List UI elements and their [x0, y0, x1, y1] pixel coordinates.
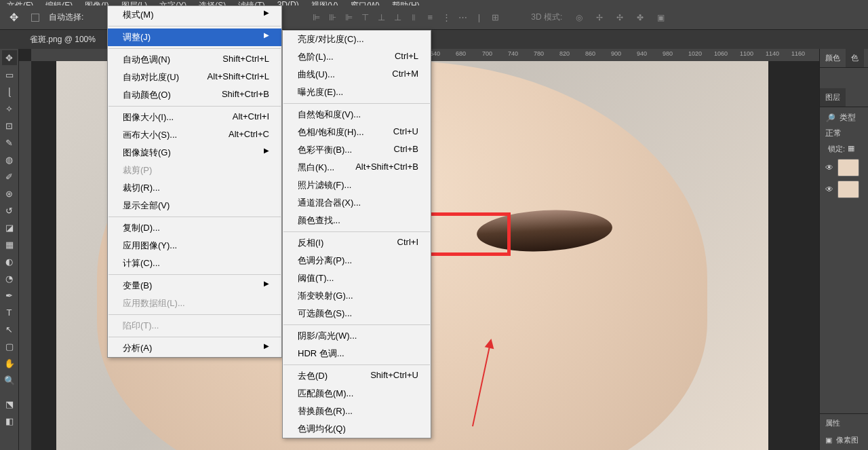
menu-trim[interactable]: 裁切(R)...: [108, 179, 281, 197]
layers-panel-tab[interactable]: 图层: [820, 88, 846, 107]
align-right-icon[interactable]: ⊫: [342, 12, 355, 24]
menu-auto-contrast[interactable]: 自动对比度(U)Alt+Shift+Ctrl+L: [108, 69, 281, 86]
hand-tool-icon[interactable]: ✋: [2, 356, 17, 371]
menu-canvas-size[interactable]: 画布大小(S)...Alt+Ctrl+C: [108, 126, 281, 144]
menu-black-white[interactable]: 黑白(K)...Alt+Shift+Ctrl+B: [283, 159, 431, 176]
menu-color-balance[interactable]: 色彩平衡(B)...Ctrl+B: [283, 141, 431, 159]
gradient-tool-icon[interactable]: ▦: [2, 237, 17, 252]
menu-analysis[interactable]: 分析(A)▶: [108, 339, 281, 357]
color-swap-icon[interactable]: ⬔: [2, 396, 17, 411]
menu-channel-mixer[interactable]: 通道混合器(X)...: [283, 194, 431, 212]
lock-pixels-icon[interactable]: ▦: [848, 144, 854, 154]
wand-tool-icon[interactable]: ✧: [2, 101, 17, 116]
menu-layer[interactable]: 图层(L): [121, 0, 148, 5]
eyedropper-tool-icon[interactable]: ✎: [2, 135, 17, 150]
more-icon[interactable]: ⋯: [456, 12, 469, 24]
shape-tool-icon[interactable]: ▢: [2, 339, 17, 354]
menu-match-color[interactable]: 匹配颜色(M)...: [283, 385, 431, 402]
marquee-tool-icon[interactable]: ▭: [2, 67, 17, 82]
layer-thumbnail[interactable]: [837, 159, 859, 176]
menu-exposure[interactable]: 曝光度(E)...: [283, 83, 431, 101]
menu-select[interactable]: 选择(S): [199, 0, 226, 5]
menu-calculations[interactable]: 计算(C)...: [108, 255, 281, 272]
menu-selective-color[interactable]: 可选颜色(S)...: [283, 305, 431, 322]
document-tab[interactable]: 雀斑.png @ 100%: [22, 34, 104, 45]
3d-scale-icon[interactable]: ▣: [657, 13, 665, 22]
path-tool-icon[interactable]: ↖: [2, 322, 17, 337]
menu-text[interactable]: 文字(Y): [159, 0, 186, 5]
layer-row[interactable]: 👁: [824, 157, 864, 179]
dodge-tool-icon[interactable]: ◔: [2, 271, 17, 286]
menu-color-lookup[interactable]: 颜色查找...: [283, 212, 431, 229]
align-bottom-icon[interactable]: ⊥: [391, 12, 403, 24]
swatches-panel-tab[interactable]: 色: [846, 49, 864, 67]
menu-invert[interactable]: 反相(I)Ctrl+I: [283, 234, 431, 252]
menu-edit[interactable]: 编辑(E): [45, 0, 73, 5]
menu-hue-saturation[interactable]: 色相/饱和度(H)...Ctrl+U: [283, 124, 431, 141]
auto-select-checkbox[interactable]: [31, 14, 39, 22]
color-panel-tab[interactable]: 颜色: [820, 49, 846, 67]
brush-tool-icon[interactable]: ✐: [2, 169, 17, 184]
menu-gradient-map[interactable]: 渐变映射(G)...: [283, 287, 431, 305]
menu-threshold[interactable]: 阈值(T)...: [283, 269, 431, 287]
menu-window[interactable]: 窗口(W): [351, 0, 380, 5]
menu-image-rotation[interactable]: 图像旋转(G)▶: [108, 144, 281, 162]
main-menu-bar[interactable]: 文件(F) 编辑(E) 图像(I) 图层(L) 文字(Y) 选择(S) 滤镜(T…: [0, 0, 868, 5]
blend-mode-dropdown[interactable]: 正常: [825, 128, 842, 139]
distribute-width-icon[interactable]: ⊞: [489, 12, 501, 24]
menu-shadows-highlights[interactable]: 阴影/高光(W)...: [283, 327, 431, 345]
menu-vibrance[interactable]: 自然饱和度(V)...: [283, 106, 431, 124]
menu-filter[interactable]: 滤镜(T): [238, 0, 264, 5]
menu-mode[interactable]: 模式(M)▶: [108, 6, 281, 24]
menu-image[interactable]: 图像(I): [85, 0, 108, 5]
eraser-tool-icon[interactable]: ◪: [2, 220, 17, 235]
menu-view[interactable]: 视图(V): [311, 0, 338, 5]
3d-slide-icon[interactable]: ✤: [637, 13, 644, 22]
menu-apply-image[interactable]: 应用图像(Y)...: [108, 237, 281, 255]
pen-tool-icon[interactable]: ✒: [2, 288, 17, 303]
menu-auto-color[interactable]: 自动颜色(O)Shift+Ctrl+B: [108, 86, 281, 104]
crop-tool-icon[interactable]: ⊡: [2, 118, 17, 133]
visibility-icon[interactable]: 👁: [825, 185, 833, 194]
menu-3d[interactable]: 3D(D): [277, 0, 299, 5]
lasso-tool-icon[interactable]: ɭ: [2, 84, 17, 99]
distribute-v-icon[interactable]: ≡: [424, 12, 436, 24]
menu-replace-color[interactable]: 替换颜色(R)...: [283, 402, 431, 420]
menu-posterize[interactable]: 色调分离(P)...: [283, 252, 431, 269]
fg-bg-color-icon[interactable]: ◧: [2, 413, 17, 428]
history-brush-icon[interactable]: ↺: [2, 203, 17, 218]
menu-hdr-toning[interactable]: HDR 色调...: [283, 345, 431, 362]
menu-file[interactable]: 文件(F): [7, 0, 33, 5]
type-tool-icon[interactable]: T: [2, 305, 17, 320]
menu-brightness-contrast[interactable]: 亮度/对比度(C)...: [283, 31, 431, 48]
move-tool-icon[interactable]: ✥: [2, 50, 17, 65]
align-top-icon[interactable]: ⊤: [359, 12, 371, 24]
visibility-icon[interactable]: 👁: [825, 163, 833, 172]
menu-levels[interactable]: 色阶(L)...Ctrl+L: [283, 48, 431, 66]
zoom-tool-icon[interactable]: 🔍: [2, 373, 17, 388]
3d-pan-icon[interactable]: ✣: [616, 13, 623, 22]
menu-variables[interactable]: 变量(B)▶: [108, 277, 281, 295]
3d-roll-icon[interactable]: ✢: [596, 13, 603, 22]
align-center-h-icon[interactable]: ⊪: [326, 12, 338, 24]
distribute-gap-icon[interactable]: ⋮: [440, 12, 452, 24]
layer-kind-label[interactable]: 类型: [840, 112, 856, 124]
menu-curves[interactable]: 曲线(U)...Ctrl+M: [283, 66, 431, 83]
menu-help[interactable]: 帮助(H): [392, 0, 420, 5]
blur-tool-icon[interactable]: ◐: [2, 254, 17, 269]
distribute-h-icon[interactable]: ⫴: [408, 12, 420, 24]
healing-tool-icon[interactable]: ◍: [2, 152, 17, 167]
layer-thumbnail[interactable]: [837, 181, 859, 198]
properties-panel-header[interactable]: 属性: [820, 413, 868, 432]
menu-adjustments[interactable]: 调整(J)▶: [108, 29, 281, 46]
menu-desaturate[interactable]: 去色(D)Shift+Ctrl+U: [283, 367, 431, 385]
align-center-v-icon[interactable]: ⊥: [375, 12, 387, 24]
menu-photo-filter[interactable]: 照片滤镜(F)...: [283, 176, 431, 194]
stamp-tool-icon[interactable]: ⊛: [2, 186, 17, 201]
menu-equalize[interactable]: 色调均化(Q): [283, 420, 431, 438]
menu-duplicate[interactable]: 复制(D)...: [108, 219, 281, 237]
layer-row[interactable]: 👁: [824, 179, 864, 200]
3d-orbit-icon[interactable]: ◎: [576, 13, 583, 22]
menu-reveal-all[interactable]: 显示全部(V): [108, 197, 281, 214]
align-left-icon[interactable]: ⊫: [310, 12, 322, 24]
